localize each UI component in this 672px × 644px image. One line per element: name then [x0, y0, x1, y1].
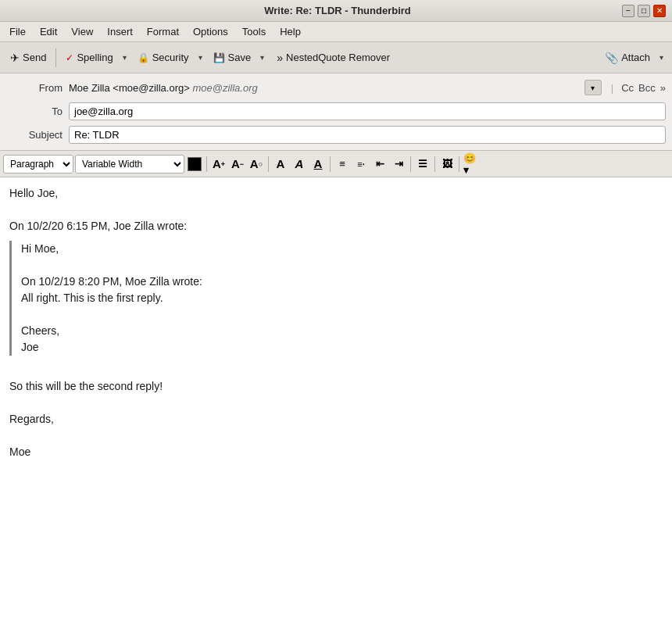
- outdent-button[interactable]: ⇤: [371, 156, 388, 173]
- spelling-button-group[interactable]: Spelling ▾: [60, 48, 130, 67]
- fmt-sep-1: [206, 156, 207, 172]
- body-line2: [9, 202, 663, 218]
- paragraph-style-select[interactable]: Paragraph: [3, 155, 73, 174]
- from-dropdown-button[interactable]: ▾: [584, 80, 602, 95]
- editor-area[interactable]: Hello Joe, On 10/2/20 6:15 PM, Joe Zilla…: [0, 177, 672, 644]
- security-label: Security: [152, 52, 189, 63]
- cc-button[interactable]: Cc: [621, 82, 634, 94]
- reply-line1[interactable]: So this will be the second reply!: [9, 378, 663, 395]
- body-line1[interactable]: Hello Joe,: [9, 185, 663, 202]
- reply-spacer: [9, 395, 663, 411]
- main-toolbar: Send Spelling ▾ Security ▾ Save ▾ Nested…: [0, 42, 672, 73]
- from-row: From Moe Zilla <moe@zilla.org> moe@zilla…: [6, 77, 666, 98]
- header-extra-buttons: | Cc Bcc »: [602, 82, 666, 94]
- attach-icon: [605, 52, 618, 64]
- attach-button[interactable]: Attach: [599, 48, 656, 68]
- maximize-button[interactable]: □: [638, 5, 650, 17]
- menu-view[interactable]: View: [65, 23, 99, 40]
- increase-font-button[interactable]: A+: [210, 156, 227, 173]
- menu-format[interactable]: Format: [141, 23, 185, 40]
- menu-options[interactable]: Options: [187, 23, 234, 40]
- save-icon: [213, 52, 225, 63]
- fmt-sep-2: [268, 156, 269, 172]
- double-arrow-icon: [277, 52, 283, 64]
- quote-outer-header[interactable]: On 10/2/20 6:15 PM, Joe Zilla wrote:: [9, 218, 663, 234]
- minimize-button[interactable]: −: [622, 5, 634, 17]
- fmt-sep-3: [330, 156, 331, 172]
- send-button-group[interactable]: Send: [5, 48, 52, 68]
- subject-row: Subject: [6, 123, 666, 145]
- save-dropdown-arrow[interactable]: ▾: [256, 49, 268, 66]
- send-button[interactable]: Send: [5, 48, 52, 68]
- reset-font-button[interactable]: A○: [248, 156, 265, 173]
- emoji-button[interactable]: 😊▾: [463, 156, 480, 173]
- quote-inner-closing1[interactable]: Cheers,: [21, 323, 663, 339]
- save-button[interactable]: Save: [208, 48, 257, 67]
- spelling-icon: [66, 52, 73, 63]
- reply-closing-blank: [9, 428, 663, 444]
- extra-fields-button[interactable]: »: [660, 82, 666, 94]
- quote-inner-greeting[interactable]: Hi Moe,: [21, 241, 663, 257]
- quote-inner-body[interactable]: All right. This is the first reply.: [21, 290, 663, 306]
- lock-icon: [138, 52, 149, 63]
- attach-dropdown-arrow[interactable]: ▾: [656, 49, 667, 66]
- to-row: To: [6, 100, 666, 122]
- to-input[interactable]: [69, 102, 666, 120]
- quote-inner-closing2[interactable]: Joe: [21, 339, 663, 356]
- security-button[interactable]: Security: [132, 48, 195, 67]
- ordered-list-button[interactable]: ≡·: [352, 156, 370, 173]
- security-dropdown-arrow[interactable]: ▾: [195, 49, 206, 66]
- from-label: From: [6, 82, 69, 94]
- menu-edit[interactable]: Edit: [34, 23, 63, 40]
- title-text: Write: Re: TLDR - Thunderbird: [53, 5, 622, 16]
- fmt-sep-5: [434, 156, 435, 172]
- quote-inner-header[interactable]: On 10/2/19 8:20 PM, Moe Zilla wrote:: [21, 274, 663, 290]
- format-toolbar: Paragraph Variable Width A+ A− A○ A A A …: [0, 151, 672, 177]
- decrease-font-button[interactable]: A−: [229, 156, 246, 173]
- save-button-group[interactable]: Save ▾: [208, 48, 269, 67]
- fmt-sep-4: [410, 156, 411, 172]
- spelling-label: Spelling: [77, 52, 113, 63]
- save-label: Save: [228, 52, 252, 63]
- align-button[interactable]: ☰: [414, 156, 431, 173]
- window-controls[interactable]: − □ ✕: [622, 5, 666, 17]
- fmt-sep-6: [459, 156, 459, 172]
- indent-button[interactable]: ⇥: [390, 156, 407, 173]
- spelling-button[interactable]: Spelling: [60, 48, 118, 67]
- outer-quote-block: Hi Moe, On 10/2/19 8:20 PM, Moe Zilla wr…: [9, 241, 663, 356]
- reply-closing3[interactable]: Moe: [9, 444, 663, 460]
- attach-label: Attach: [621, 52, 650, 63]
- from-email: moe@zilla.org: [192, 82, 257, 94]
- subject-input[interactable]: [69, 126, 666, 144]
- menu-file[interactable]: File: [3, 23, 32, 40]
- menubar: File Edit View Insert Format Options Too…: [0, 22, 672, 42]
- bold-button[interactable]: A: [272, 156, 289, 173]
- nested-quote-button[interactable]: NestedQuote Remover: [270, 48, 397, 68]
- nested-quote-label: NestedQuote Remover: [286, 52, 390, 63]
- close-button[interactable]: ✕: [653, 5, 666, 17]
- from-value: Moe Zilla <moe@zilla.org> moe@zilla.org: [69, 82, 580, 94]
- text-color-block[interactable]: [186, 156, 203, 173]
- subject-label: Subject: [6, 129, 69, 141]
- unordered-list-button[interactable]: ≡: [334, 156, 351, 173]
- security-button-group[interactable]: Security ▾: [132, 48, 206, 67]
- bcc-button[interactable]: Bcc: [638, 82, 656, 94]
- pipe-separator: |: [611, 82, 613, 94]
- italic-button[interactable]: A: [291, 156, 308, 173]
- to-label: To: [6, 106, 69, 117]
- menu-tools[interactable]: Tools: [236, 23, 272, 40]
- separator-1: [55, 48, 56, 67]
- color-swatch: [188, 157, 202, 171]
- compose-header: From Moe Zilla <moe@zilla.org> moe@zilla…: [0, 73, 672, 151]
- reply-closing1[interactable]: Regards,: [9, 411, 663, 428]
- body-spacer: [9, 362, 663, 378]
- quote-inner-spacer2: [21, 306, 663, 323]
- menu-help[interactable]: Help: [273, 23, 307, 40]
- attach-button-group[interactable]: Attach ▾: [599, 48, 667, 68]
- spelling-dropdown-arrow[interactable]: ▾: [119, 49, 130, 66]
- underline-button[interactable]: A: [309, 156, 327, 173]
- menu-insert[interactable]: Insert: [101, 23, 139, 40]
- titlebar: Write: Re: TLDR - Thunderbird − □ ✕: [0, 0, 672, 22]
- insert-image-button[interactable]: 🖼: [438, 156, 456, 173]
- font-select[interactable]: Variable Width: [75, 155, 184, 174]
